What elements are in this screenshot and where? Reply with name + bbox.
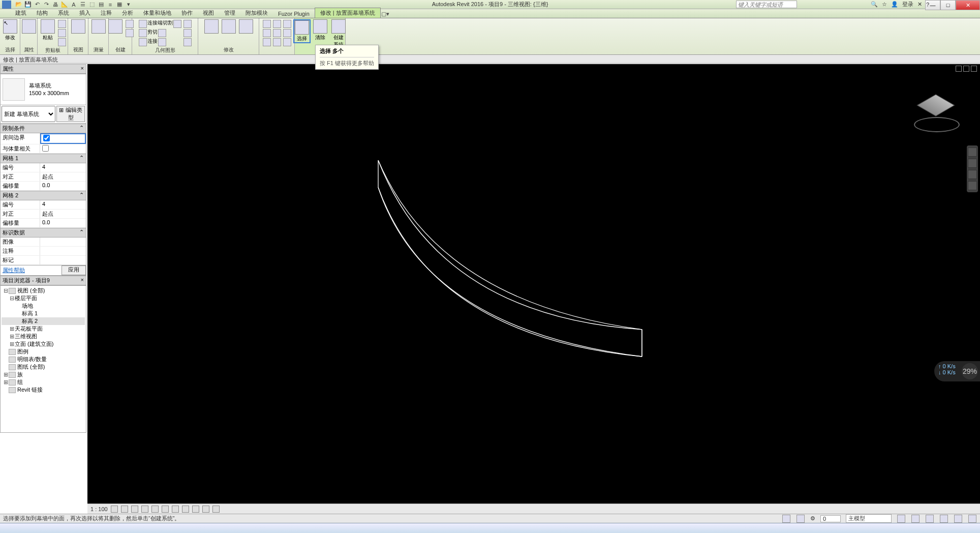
delete-icon[interactable] xyxy=(283,38,291,46)
view-cube-face[interactable] xyxy=(916,94,955,116)
mass-related-checkbox[interactable] xyxy=(42,145,49,152)
group-grid2[interactable]: 网格 2⌃ xyxy=(1,191,86,200)
qat-close-hidden-icon[interactable]: ▦ xyxy=(115,1,124,9)
tab-annotate[interactable]: 注释 xyxy=(96,8,117,18)
lock3d-icon[interactable] xyxy=(182,506,189,513)
modify-tool[interactable]: ↖修改 xyxy=(2,19,19,41)
move-button[interactable] xyxy=(203,19,220,34)
user-icon[interactable]: 👤 xyxy=(891,1,898,8)
qat-section-icon[interactable]: ▤ xyxy=(97,1,105,9)
row-g1-just[interactable]: 对正起点 xyxy=(1,172,86,182)
tree-floor-plans[interactable]: ⊟楼层平面 xyxy=(2,294,85,302)
type-selector[interactable]: 幕墙系统 1500 x 3000mm xyxy=(1,74,86,105)
view-close-icon[interactable] xyxy=(971,66,977,72)
scale-icon[interactable] xyxy=(273,38,281,46)
create-button[interactable] xyxy=(107,19,124,34)
select-multiple-button[interactable]: 选择 xyxy=(293,19,311,43)
copy-icon[interactable] xyxy=(58,29,66,37)
row-room-bound[interactable]: 房间边界 xyxy=(1,133,86,144)
qat-sync-icon[interactable]: ☰ xyxy=(79,1,87,9)
room-bound-checkbox[interactable] xyxy=(43,135,50,141)
cope-drop-icon[interactable] xyxy=(173,20,181,28)
qat-open-icon[interactable]: 📂 xyxy=(15,1,23,9)
qat-measure-icon[interactable]: 📐 xyxy=(60,1,69,9)
row-mass-related[interactable]: 与体量相关 xyxy=(1,144,86,154)
tree-site[interactable]: 场地 xyxy=(2,302,85,310)
properties-close-icon[interactable]: × xyxy=(81,65,84,73)
rotate-button[interactable] xyxy=(220,19,237,34)
qat-switch-icon[interactable]: ▾ xyxy=(125,1,133,9)
view-button[interactable] xyxy=(70,19,87,34)
shadows-icon[interactable] xyxy=(141,506,148,513)
tab-insert[interactable]: 插入 xyxy=(74,8,96,18)
cope-icon[interactable] xyxy=(139,20,147,28)
tab-fuzor[interactable]: Fuzor Plugin xyxy=(273,10,315,18)
tree-level2[interactable]: 标高 2 xyxy=(2,317,85,325)
temp-hide-icon[interactable] xyxy=(192,506,199,513)
tab-addins[interactable]: 附加模块 xyxy=(240,8,273,18)
qat-print-icon[interactable]: 🖶 xyxy=(51,1,59,9)
tree-families[interactable]: ⊞族 xyxy=(2,371,85,378)
split-icon[interactable] xyxy=(273,20,281,28)
properties-header[interactable]: 属性 × xyxy=(0,64,86,74)
qat-save-icon[interactable]: 💾 xyxy=(24,1,32,9)
qat-undo-icon[interactable]: ↶ xyxy=(33,1,41,9)
crop-region-icon[interactable] xyxy=(172,506,179,513)
qat-text-icon[interactable]: A xyxy=(70,1,78,9)
detail-level-icon[interactable] xyxy=(111,506,118,513)
row-g2-num[interactable]: 编号4 xyxy=(1,200,86,210)
trim-icon[interactable] xyxy=(263,38,271,46)
create-system-button[interactable]: 创建 系统 xyxy=(330,19,347,48)
select-pinned-icon[interactable] xyxy=(926,515,934,523)
nav-wheel-icon[interactable] xyxy=(968,147,977,157)
qat-3d-icon[interactable]: ⬚ xyxy=(88,1,96,9)
group-constraints[interactable]: 限制条件⌃ xyxy=(1,124,86,133)
tree-views[interactable]: ⊟视图 (全部) xyxy=(2,287,85,294)
help-icon[interactable]: ? xyxy=(926,2,929,8)
view-cube[interactable] xyxy=(914,90,960,135)
drawing-canvas[interactable]: ↑ 0 K/s ↓ 0 K/s 29% 1 : 100 xyxy=(87,64,980,514)
geom-opt3-icon[interactable] xyxy=(183,38,192,46)
crop-icon[interactable] xyxy=(162,506,169,513)
nav-pan-icon[interactable] xyxy=(968,159,977,168)
select-face-icon[interactable] xyxy=(940,515,948,523)
cutgeo-drop-icon[interactable] xyxy=(158,29,166,37)
tab-modify-context[interactable]: 修改 | 放置面幕墙系统 xyxy=(315,8,381,18)
tree-3dviews[interactable]: ⊞三维视图 xyxy=(2,333,85,340)
select-underlay-icon[interactable] xyxy=(911,515,920,523)
joingeo-icon[interactable] xyxy=(139,38,147,46)
group-identity[interactable]: 标识数据⌃ xyxy=(1,228,86,238)
row-comment[interactable]: 注释 xyxy=(1,247,86,256)
tab-manage[interactable]: 管理 xyxy=(219,8,240,18)
infocenter-icon[interactable]: 🔍 xyxy=(871,1,878,8)
workset-icon[interactable] xyxy=(782,515,790,523)
geom-opt2-icon[interactable] xyxy=(183,29,192,37)
visual-style-icon[interactable] xyxy=(121,506,128,513)
star-icon[interactable]: ☆ xyxy=(882,1,887,8)
maximize-button[interactable]: □ xyxy=(940,0,956,10)
select-links-icon[interactable] xyxy=(897,515,905,523)
filter-icon[interactable] xyxy=(968,515,976,523)
browser-header[interactable]: 项目浏览器 - 项目9 × xyxy=(0,276,86,285)
array-icon[interactable] xyxy=(273,29,281,37)
reveal-icon[interactable] xyxy=(202,506,209,513)
group-grid1[interactable]: 网格 1⌃ xyxy=(1,154,86,163)
row-g2-just[interactable]: 对正起点 xyxy=(1,210,86,219)
qat-thin-icon[interactable]: ≡ xyxy=(106,1,114,9)
tab-view[interactable]: 视图 xyxy=(198,8,219,18)
windows-taskbar[interactable] xyxy=(0,523,980,533)
main-model-combo[interactable]: 主模型 xyxy=(846,514,892,523)
cut-icon[interactable] xyxy=(58,20,66,28)
unpin-icon[interactable] xyxy=(283,29,291,37)
worksharing-icon[interactable] xyxy=(212,506,220,513)
pin-icon[interactable] xyxy=(283,20,291,28)
tree-elevations[interactable]: ⊞立面 (建筑立面) xyxy=(2,340,85,348)
offset-icon[interactable] xyxy=(263,29,271,37)
tab-analyze[interactable]: 分析 xyxy=(117,8,138,18)
edit-type-button[interactable]: ⊞ 编辑类型 xyxy=(56,106,85,122)
row-image[interactable]: 图像 xyxy=(1,238,86,247)
row-g1-off[interactable]: 偏移量0.0 xyxy=(1,182,86,191)
login-label[interactable]: 登录 xyxy=(902,1,913,8)
tab-architecture[interactable]: 建筑 xyxy=(10,8,32,18)
cutgeo-icon[interactable] xyxy=(139,29,147,37)
